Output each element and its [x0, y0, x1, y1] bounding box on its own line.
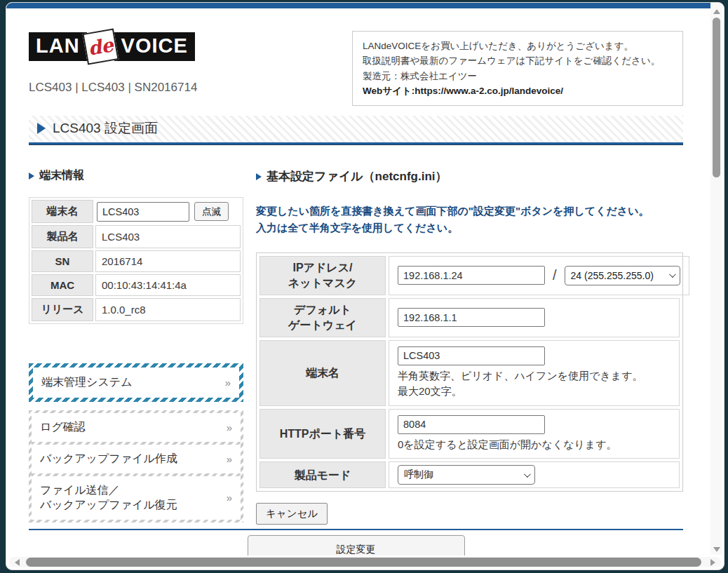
horizontal-scrollbar-thumb[interactable]: [26, 558, 701, 567]
basic-config-form: IPアドレス/ ネットマスク / 24 (255.255.255.0): [256, 252, 683, 492]
footer-bar: 設定変更: [29, 529, 683, 555]
triangle-bullet-icon: [256, 173, 262, 180]
sidebar-item-log-check[interactable]: ログ確認 »: [32, 413, 241, 442]
hostname-note: 半角英数字、ピリオド、ハイフンを使用できます。 最大20文字。: [398, 368, 670, 400]
sidebar-item-label: バックアップファイル作成: [40, 452, 177, 466]
http-port-note: 0を設定すると設定画面が開かなくなります。: [398, 437, 670, 453]
logo-de-segment: de: [82, 28, 119, 65]
page-title-bar: LCS403 設定画面: [29, 116, 683, 144]
product-mode-cell: 呼制御: [389, 461, 680, 488]
sidebar-item-label: ログ確認: [40, 420, 86, 435]
chevron-right-icon: »: [227, 491, 232, 505]
sidebar-menu-group: ログ確認 » バックアップファイル作成 » ファイル送信／ バック: [29, 410, 243, 522]
chevron-down-icon: [669, 271, 676, 278]
chevron-right-icon: »: [225, 377, 231, 389]
sidebar-item-label: 端末管理システム: [41, 375, 133, 390]
notice-line-1: LANdeVOICEをお買い上げいただき、ありがとうございます。: [363, 39, 673, 53]
serial-number-label: SN: [32, 250, 93, 272]
slash-separator: /: [553, 267, 557, 283]
chevron-right-icon: »: [227, 452, 232, 466]
gateway-label: デフォルト ゲートウェイ: [259, 298, 386, 337]
ip-address-input[interactable]: [398, 266, 545, 285]
apply-settings-button[interactable]: 設定変更: [248, 535, 465, 555]
product-name-value: LCS403: [95, 225, 241, 248]
ip-netmask-cell: / 24 (255.255.255.0): [389, 256, 689, 295]
vertical-scrollbar-thumb[interactable]: [713, 18, 720, 177]
netmask-selected-value: 24 (255.255.255.0): [571, 270, 654, 281]
instruction-line-1: 変更したい箇所を直接書き換えて画面下部の"設定変更"ボタンを押してください。: [256, 203, 683, 219]
device-info-table: 端末名 点滅 製品名 LCS403 SN 2016714: [29, 197, 243, 324]
table-row: 端末名 半角英数字、ピリオド、ハイフンを使用できます。 最大20文字。: [259, 340, 680, 406]
http-port-cell: 0を設定すると設定画面が開かなくなります。: [389, 409, 680, 459]
page-title: LCS403 設定画面: [53, 119, 158, 137]
device-name-label: 端末名: [32, 200, 93, 223]
release-value: 1.0.0_rc8: [95, 298, 241, 321]
triangle-bullet-icon: [37, 123, 46, 134]
sidebar-item-file-send-restore[interactable]: ファイル送信／ バックアップファイル復元 »: [32, 476, 241, 520]
blink-button[interactable]: 点滅: [194, 202, 229, 221]
mac-address-label: MAC: [32, 274, 93, 296]
table-row: 端末名 点滅: [32, 200, 241, 223]
browser-window: LAN de VOICE LCS403 | LCS403 | SN2016714…: [6, 2, 724, 570]
product-mode-selected-value: 呼制御: [404, 468, 433, 481]
hostname-label: 端末名: [259, 340, 386, 406]
table-row: IPアドレス/ ネットマスク / 24 (255.255.255.0): [259, 256, 680, 295]
logo-lan-segment: LAN: [29, 32, 87, 61]
scroll-left-icon[interactable]: [15, 559, 20, 566]
main-panel: 基本設定ファイル（netcnfg.ini） 変更したい箇所を直接書き換えて画面下…: [256, 168, 683, 525]
chevron-right-icon: »: [227, 421, 232, 435]
vendor-notice-box: LANdeVOICEをお買い上げいただき、ありがとうございます。 取扱説明書や最…: [352, 31, 683, 106]
top-accent-bar: [6, 3, 710, 8]
device-info-heading-label: 端末情報: [39, 168, 84, 183]
triangle-bullet-icon: [29, 173, 34, 180]
vertical-scrollbar[interactable]: [710, 4, 722, 555]
product-mode-label: 製品モード: [259, 461, 386, 488]
cancel-button[interactable]: キャンセル: [256, 503, 328, 525]
chevron-down-icon: [524, 471, 531, 478]
table-row: 製品モード 呼制御: [259, 461, 680, 488]
release-label: リリース: [32, 298, 93, 321]
device-info-heading: 端末情報: [29, 168, 243, 183]
device-name-cell: 点滅: [95, 200, 241, 223]
horizontal-scrollbar[interactable]: [9, 557, 721, 567]
mac-address-value: 00:10:43:14:41:4a: [95, 274, 241, 296]
table-row: SN 2016714: [32, 250, 241, 272]
table-row: HTTPポート番号 0を設定すると設定画面が開かなくなります。: [259, 409, 680, 459]
page-header: LAN de VOICE LCS403 | LCS403 | SN2016714…: [29, 31, 683, 106]
sidebar-item-device-management[interactable]: 端末管理システム »: [29, 363, 243, 402]
scroll-up-icon[interactable]: [713, 9, 720, 14]
notice-line-3: 製造元：株式会社エイツー: [363, 69, 673, 83]
logo-voice-segment: VOICE: [114, 32, 195, 61]
page-viewport: LAN de VOICE LCS403 | LCS403 | SN2016714…: [7, 8, 710, 555]
sidebar-item-backup-create[interactable]: バックアップファイル作成 »: [32, 445, 241, 473]
hostname-input[interactable]: [398, 346, 545, 365]
table-row: リリース 1.0.0_rc8: [32, 298, 241, 321]
sidebar-item-label: ファイル送信／ バックアップファイル復元: [40, 483, 177, 513]
serial-number-value: 2016714: [95, 250, 241, 272]
scroll-right-icon[interactable]: [710, 559, 715, 566]
gateway-input[interactable]: [398, 308, 545, 327]
netmask-select[interactable]: 24 (255.255.255.0): [565, 266, 680, 285]
device-identity-line: LCS403 | LCS403 | SN2016714: [29, 81, 197, 95]
ip-netmask-label: IPアドレス/ ネットマスク: [259, 256, 386, 295]
brand-block: LAN de VOICE LCS403 | LCS403 | SN2016714: [29, 31, 197, 95]
product-name-label: 製品名: [32, 225, 93, 248]
http-port-label: HTTPポート番号: [259, 409, 386, 459]
http-port-input[interactable]: [398, 415, 545, 434]
landevoice-logo: LAN de VOICE: [29, 31, 197, 62]
scroll-down-icon[interactable]: [713, 547, 720, 552]
hostname-cell: 半角英数字、ピリオド、ハイフンを使用できます。 最大20文字。: [389, 340, 680, 406]
instruction-line-2: 入力は全て半角文字を使用してください。: [256, 220, 683, 236]
sidebar: 端末情報 端末名 点滅 製品名 LCS403: [29, 168, 243, 525]
basic-config-heading-label: 基本設定ファイル（netcnfg.ini）: [267, 168, 447, 184]
notice-line-2: 取扱説明書や最新のファームウェアは下記サイトをご確認ください。: [363, 53, 673, 68]
table-row: 製品名 LCS403: [32, 225, 241, 248]
table-row: MAC 00:10:43:14:41:4a: [32, 274, 241, 296]
product-mode-select[interactable]: 呼制御: [398, 465, 535, 485]
device-name-input[interactable]: [97, 202, 189, 222]
table-row: デフォルト ゲートウェイ: [259, 298, 680, 337]
form-instructions: 変更したい箇所を直接書き換えて画面下部の"設定変更"ボタンを押してください。 入…: [256, 203, 683, 236]
basic-config-heading: 基本設定ファイル（netcnfg.ini）: [256, 168, 683, 184]
gateway-cell: [389, 298, 680, 337]
notice-website-line: Webサイト:https://www.a-2.co.jp/landevoice/: [363, 83, 673, 98]
